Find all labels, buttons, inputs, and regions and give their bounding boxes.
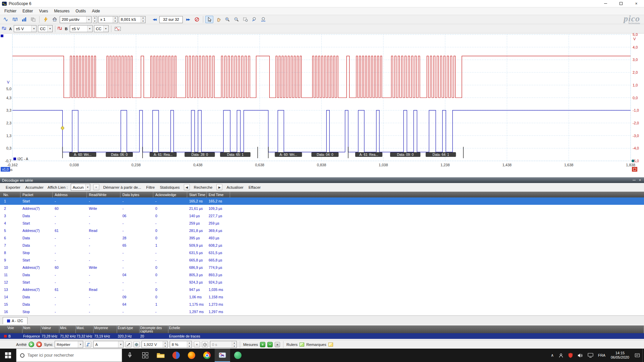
spectrum-view-button[interactable] xyxy=(20,16,28,23)
column-header[interactable]: End Time xyxy=(207,192,230,197)
add-link-button[interactable]: + xyxy=(93,184,99,190)
trigger-source-select[interactable]: A▾ xyxy=(93,341,123,348)
search-next-button[interactable]: ▶ xyxy=(216,184,222,190)
decoding-panel-titlebar[interactable]: Décodage en série × xyxy=(0,177,644,183)
antivirus-tray-button[interactable] xyxy=(566,349,575,362)
table-row[interactable]: 9Start----665,8 µs665,8 µs xyxy=(0,256,644,264)
filter-button[interactable]: Filtre xyxy=(145,185,156,190)
app-button-green[interactable] xyxy=(230,349,246,362)
menu-outils[interactable]: Outils xyxy=(72,7,89,15)
search-button[interactable]: Recherche xyxy=(193,185,214,190)
marquee-zoom-tool[interactable] xyxy=(241,16,250,23)
buffer-navigator-button[interactable] xyxy=(193,16,201,23)
column-header[interactable]: Data bytes xyxy=(120,192,153,197)
tab-a-i2c[interactable]: A - I2C xyxy=(3,317,28,324)
stop-capture-button[interactable] xyxy=(36,342,42,347)
full-zoom-button[interactable] xyxy=(260,16,268,23)
menu-fichier[interactable]: Fichier xyxy=(1,7,19,15)
action-center-button[interactable] xyxy=(632,349,642,362)
channel-a-range-select[interactable]: ±5 V▾ xyxy=(14,25,37,32)
table-row[interactable]: 2Address(7)60Write-021,61 µs109,3 µs xyxy=(0,205,644,212)
timebase-stepper[interactable]: ▲▼ xyxy=(93,16,97,23)
volume-tray-button[interactable] xyxy=(575,349,585,362)
rulers-icon[interactable] xyxy=(300,343,304,347)
network-tray-button[interactable] xyxy=(585,349,596,362)
notes-icon[interactable] xyxy=(328,343,333,347)
channel-b-range-select[interactable]: ±5 V▾ xyxy=(70,25,93,32)
close-button[interactable]: × xyxy=(629,0,644,7)
pretrigger-spinner[interactable]: 8 %▲▼ xyxy=(170,341,192,348)
task-view-button[interactable] xyxy=(138,349,153,362)
spinner-buttons[interactable]: ▲▼ xyxy=(163,341,167,348)
menu-mesures[interactable]: Mesures xyxy=(51,7,72,15)
panel-minimize-button[interactable] xyxy=(631,178,637,182)
channel-b-coupling-select[interactable]: CC▾ xyxy=(94,25,109,32)
table-row[interactable]: 4Start----259 µs259 µs xyxy=(0,220,644,227)
taskbar-clock[interactable]: 14:15 06/05/2020 xyxy=(608,351,632,360)
export-button[interactable]: Exporter xyxy=(5,185,21,190)
clear-button[interactable]: Effacer xyxy=(248,185,262,190)
table-row[interactable]: 15Data--6411,175 ms1,273 ms xyxy=(0,301,644,308)
hand-tool[interactable] xyxy=(214,16,222,23)
channel-a-coupling-select[interactable]: CC▾ xyxy=(38,25,53,32)
menu-aide[interactable]: Aide xyxy=(89,7,103,15)
column-header[interactable]: Read/Write xyxy=(87,192,120,197)
home-button[interactable] xyxy=(51,16,59,23)
trigger-mode-select[interactable]: Répéter▾ xyxy=(55,341,83,348)
refresh-button[interactable]: Actualiser xyxy=(225,185,245,190)
search-previous-button[interactable]: ◀ xyxy=(184,184,190,190)
table-row[interactable]: 10Address(7)60Write-0686,9 µs774,9 µs xyxy=(0,264,644,271)
search-input[interactable]: Taper ici pour rechercher xyxy=(16,349,122,362)
link-display-select[interactable]: Aucun▾ xyxy=(71,184,90,191)
column-header[interactable]: Mini. xyxy=(59,325,76,333)
previous-buffer-button[interactable]: ◀◀ xyxy=(150,16,158,23)
zoom-factor-spinner[interactable]: x 1▲▼ xyxy=(98,16,118,23)
spinner-buttons[interactable]: ▲▼ xyxy=(187,341,192,348)
signal-generator-button[interactable] xyxy=(114,25,122,33)
menu-vues[interactable]: Vues xyxy=(36,7,51,15)
column-header[interactable]: Valeur xyxy=(41,325,59,333)
single-trigger-button[interactable]: × xyxy=(194,341,200,348)
column-header[interactable]: Nom xyxy=(22,325,41,333)
spinner-buttons[interactable]: ▲▼ xyxy=(141,16,145,23)
trigger-level-spinner[interactable]: 1,922 V▲▼ xyxy=(142,341,168,348)
minimize-button[interactable] xyxy=(598,0,613,7)
zoom-in-tool[interactable] xyxy=(223,16,231,23)
table-row[interactable]: 7Data--651509,9 µs608,2 µs xyxy=(0,242,644,249)
picoscope-taskbar-button[interactable] xyxy=(215,349,230,362)
auto-level-button[interactable] xyxy=(133,341,140,348)
start-from-button[interactable]: Démarrer à partir de... xyxy=(102,185,142,190)
auto-setup-button[interactable] xyxy=(42,16,50,23)
column-header[interactable]: Acknowledge xyxy=(153,192,187,197)
column-header[interactable]: No. xyxy=(0,192,20,197)
add-measurement-button[interactable]: + xyxy=(260,342,265,347)
column-header[interactable]: Address xyxy=(53,192,87,197)
column-header[interactable]: Maxi. xyxy=(76,325,94,333)
column-header[interactable]: Écart-type xyxy=(117,325,140,333)
accumulate-button[interactable]: Accumuler xyxy=(24,185,44,190)
holdoff-toggle-button[interactable] xyxy=(202,341,208,348)
scope-view-button[interactable] xyxy=(2,16,10,23)
firefox-button[interactable] xyxy=(184,349,199,362)
advanced-trigger-button[interactable] xyxy=(85,341,91,348)
table-row[interactable]: 1Start----165,2 ns165,2 ns xyxy=(0,197,644,205)
table-row[interactable]: 6Data--280395 µs493 µs xyxy=(0,234,644,242)
table-row[interactable]: 8Stop----631,5 µs631,5 µs xyxy=(0,249,644,256)
panel-close-button[interactable]: × xyxy=(637,178,643,182)
column-header[interactable]: Start Time xyxy=(187,192,207,197)
start-capture-button[interactable] xyxy=(29,342,34,347)
maximize-button[interactable] xyxy=(613,0,629,7)
table-row[interactable]: 13Address(7)61Read-0947 µs1,035 ms xyxy=(0,286,644,293)
table-row[interactable]: 16Stop----1,297 ms1,297 ms xyxy=(0,308,644,315)
column-header[interactable]: Voie xyxy=(0,325,22,333)
table-row[interactable]: 11Data--040805,3 µs893,3 µs xyxy=(0,271,644,279)
zoom-out-tool[interactable] xyxy=(232,16,240,23)
xy-view-button[interactable] xyxy=(29,16,37,23)
language-indicator[interactable]: FRA xyxy=(596,349,608,362)
timebase-select[interactable]: 200 µs/div▾ xyxy=(60,16,92,23)
column-header[interactable]: Décompte des captures xyxy=(140,325,168,333)
column-header[interactable]: Packet xyxy=(20,192,53,197)
scope-view[interactable]: A- 60: Wri...Data- 06: 0A- 61: Rea...Dat… xyxy=(0,34,644,177)
sample-count-spinner[interactable]: 8,001 kS▲▼ xyxy=(119,16,146,23)
spinner-buttons[interactable]: ▲▼ xyxy=(113,16,117,23)
